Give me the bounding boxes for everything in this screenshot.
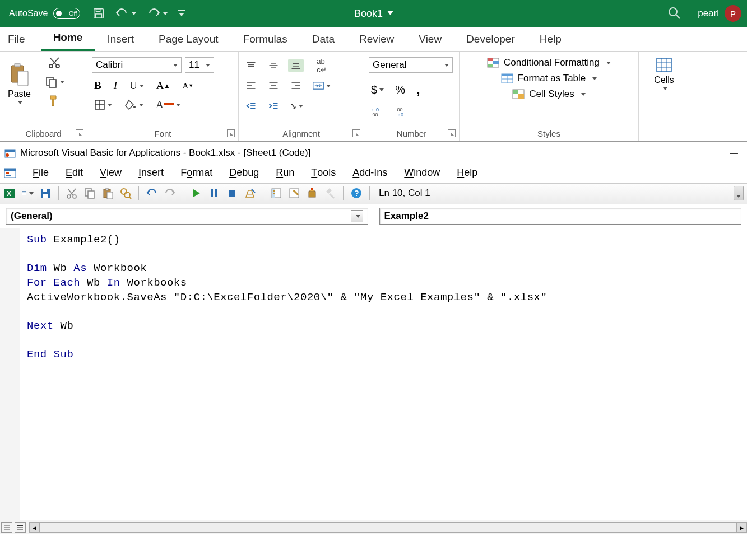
vba-copy-icon[interactable] (83, 187, 96, 199)
cells-button[interactable]: Cells (643, 55, 685, 90)
tab-developer[interactable]: Developer (454, 29, 527, 51)
vba-full-module-view-icon[interactable] (15, 522, 26, 533)
vba-cut-icon[interactable] (66, 187, 78, 199)
vba-undo-icon[interactable] (146, 187, 158, 199)
vba-menu-file[interactable]: File (30, 166, 51, 180)
accounting-format-button[interactable]: $ (369, 82, 386, 97)
save-icon[interactable] (92, 7, 105, 20)
cell-styles-button[interactable]: Cell Styles (464, 86, 634, 102)
tab-view[interactable]: View (406, 29, 454, 51)
increase-decimal-button[interactable]: ←0.00 (369, 105, 387, 118)
svg-rect-2 (96, 14, 102, 18)
search-icon[interactable] (667, 6, 681, 21)
vba-menu-view[interactable]: View (98, 166, 124, 180)
vba-menu-run[interactable]: Run (273, 166, 296, 180)
vba-procedure-view-icon[interactable] (1, 522, 12, 533)
align-right-button[interactable] (288, 79, 304, 92)
increase-font-button[interactable]: A▲ (154, 78, 173, 93)
increase-indent-button[interactable] (266, 99, 281, 113)
user-account[interactable]: pearl P (698, 5, 741, 22)
decrease-decimal-button[interactable]: .00→0 (393, 105, 411, 118)
vba-toolbox-icon[interactable] (324, 187, 336, 199)
vba-menu-tools[interactable]: Tools (309, 166, 338, 180)
borders-button[interactable] (92, 98, 114, 111)
paste-button[interactable]: Paste (4, 60, 34, 104)
vba-menu-addins[interactable]: Add-Ins (350, 166, 389, 180)
decrease-font-button[interactable]: A▼ (180, 80, 196, 92)
vba-reset-icon[interactable] (226, 187, 238, 199)
vba-code-text[interactable]: Sub Example2() Dim Wb As Workbook For Ea… (20, 228, 747, 520)
font-name-combo[interactable]: Calibri (92, 57, 182, 73)
format-as-table-button[interactable]: Format as Table (464, 71, 634, 86)
align-center-button[interactable] (266, 79, 281, 92)
vba-menu-insert[interactable]: Insert (136, 166, 166, 180)
vba-minimize-button[interactable]: – (726, 144, 743, 161)
scroll-left-icon[interactable]: ◂ (30, 523, 40, 532)
vba-menu-window[interactable]: Window (402, 166, 442, 180)
tab-home[interactable]: Home (41, 27, 95, 51)
vba-object-combo[interactable]: (General) (6, 208, 368, 225)
vba-procedure-combo[interactable]: Example2 (379, 208, 742, 225)
vba-toolbar-options[interactable] (734, 186, 744, 200)
decrease-indent-button[interactable] (243, 99, 259, 113)
format-painter-button[interactable] (42, 93, 67, 109)
tab-formulas[interactable]: Formulas (231, 29, 300, 51)
qat-customize-icon[interactable] (178, 8, 185, 18)
vba-code-pane[interactable]: Sub Example2() Dim Wb As Workbook For Ea… (0, 228, 747, 520)
align-middle-button[interactable] (266, 59, 281, 72)
wrap-text-button[interactable]: abc↵ (310, 56, 333, 75)
clipboard-launcher[interactable] (76, 129, 83, 137)
conditional-formatting-button[interactable]: Conditional Formatting (464, 55, 634, 71)
alignment-launcher[interactable] (352, 129, 360, 137)
comma-format-button[interactable]: , (414, 81, 423, 99)
vba-view-excel-icon[interactable]: X (3, 187, 16, 199)
cut-button[interactable] (42, 55, 67, 71)
document-name[interactable]: Book1 (354, 8, 393, 20)
vba-menu-debug[interactable]: Debug (227, 166, 261, 180)
tab-file[interactable]: File (2, 29, 41, 51)
font-size-combo[interactable]: 11 (185, 57, 214, 73)
vba-break-icon[interactable] (208, 187, 220, 199)
tab-insert[interactable]: Insert (95, 29, 146, 51)
fill-color-button[interactable] (122, 98, 146, 111)
tab-help[interactable]: Help (527, 29, 574, 51)
vba-menu-format[interactable]: Format (178, 166, 215, 180)
percent-format-button[interactable]: % (393, 82, 407, 97)
autosave-toggle[interactable]: Off (53, 8, 80, 19)
italic-button[interactable]: I (112, 78, 119, 93)
redo-icon[interactable] (146, 8, 168, 19)
vba-properties-icon[interactable] (288, 187, 300, 199)
tab-review[interactable]: Review (347, 29, 406, 51)
align-center-icon (268, 80, 279, 91)
undo-icon[interactable] (115, 8, 136, 19)
tab-page-layout[interactable]: Page Layout (146, 29, 231, 51)
tab-data[interactable]: Data (300, 29, 347, 51)
vba-insert-module-icon[interactable] (21, 187, 34, 199)
vba-object-browser-icon[interactable] (306, 187, 318, 199)
bold-button[interactable]: B (92, 78, 104, 93)
vba-menu-help[interactable]: Help (454, 166, 480, 180)
orientation-button[interactable]: ⤡ (288, 99, 304, 113)
vba-design-mode-icon[interactable] (244, 187, 256, 199)
align-top-button[interactable] (243, 59, 259, 72)
align-left-button[interactable] (243, 79, 259, 92)
vba-horizontal-scrollbar[interactable]: ◂ ▸ (29, 522, 747, 533)
number-launcher[interactable] (448, 129, 456, 137)
vba-run-icon[interactable] (190, 187, 202, 199)
vba-save-icon[interactable] (39, 187, 52, 199)
font-color-button[interactable]: A (154, 97, 183, 112)
number-format-combo[interactable]: General (369, 57, 453, 73)
align-bottom-button[interactable] (288, 59, 304, 72)
vba-redo-icon[interactable] (164, 187, 176, 199)
font-launcher[interactable] (227, 129, 235, 137)
vba-find-icon[interactable] (119, 187, 132, 199)
underline-button[interactable]: U (127, 78, 146, 93)
scroll-right-icon[interactable]: ▸ (736, 523, 746, 532)
copy-button[interactable] (42, 74, 67, 90)
vba-menu-edit[interactable]: Edit (63, 166, 85, 180)
vba-project-explorer-icon[interactable] (270, 187, 282, 199)
merge-center-button[interactable] (310, 80, 333, 92)
vba-paste-icon[interactable] (101, 187, 114, 199)
vba-menu-icon[interactable] (3, 167, 17, 179)
vba-help-icon[interactable]: ? (350, 187, 363, 199)
